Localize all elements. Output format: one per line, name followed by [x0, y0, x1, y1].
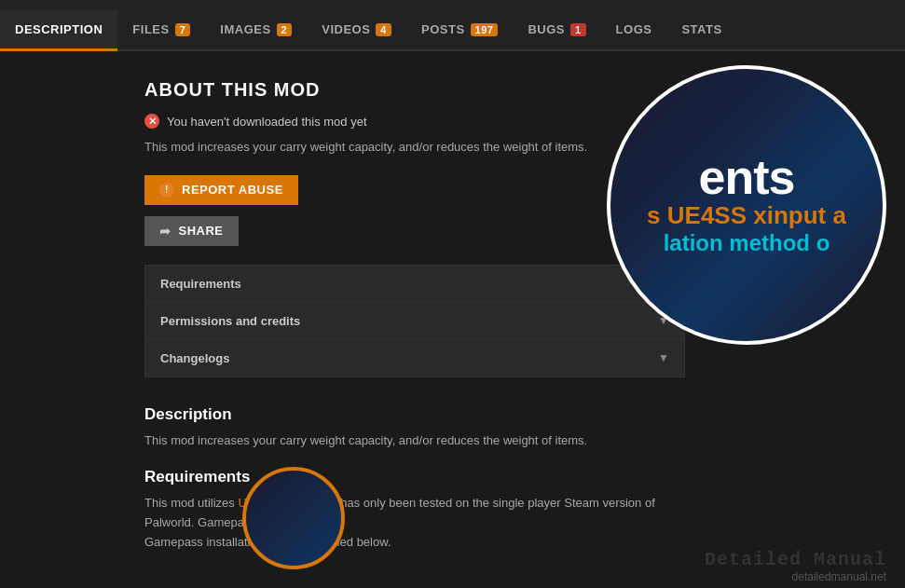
- description-section-text: This mod increases your carry weight cap…: [144, 431, 685, 450]
- requirements-text-before: This mod utilizes: [144, 496, 238, 510]
- tab-stats[interactable]: STATS: [666, 10, 736, 51]
- warning-icon: !: [159, 183, 174, 198]
- share-label: SHARE: [179, 224, 224, 238]
- tab-stats-label: STATS: [681, 22, 721, 36]
- circle-text-cyan: lation method o: [647, 230, 846, 257]
- tab-videos[interactable]: VIDEOS 4: [307, 10, 406, 51]
- accordion-changelogs-header[interactable]: Changelogs ▼: [145, 340, 684, 376]
- tab-videos-badge: 4: [376, 23, 391, 36]
- tab-files-badge: 7: [175, 23, 191, 36]
- accordion: Requirements ▼ Permissions and credits ▼…: [144, 265, 685, 377]
- tab-files-label: FILES: [132, 22, 169, 36]
- accordion-permissions-label: Permissions and credits: [160, 314, 300, 328]
- accordion-permissions-header[interactable]: Permissions and credits ▼: [145, 303, 684, 339]
- tab-images-badge: 2: [277, 23, 293, 36]
- tab-videos-label: VIDEOS: [322, 22, 370, 36]
- report-abuse-button[interactable]: ! REPORT ABUSE: [144, 175, 298, 205]
- watermark: Detailed Manual detailedmanual.net: [705, 549, 886, 583]
- tab-images-label: IMAGES: [220, 22, 270, 36]
- tab-posts[interactable]: POSTS 197: [406, 10, 513, 51]
- watermark-name: Detailed Manual: [705, 549, 886, 570]
- accordion-requirements-label: Requirements: [160, 277, 241, 291]
- mod-description: This mod increases your carry weight cap…: [144, 138, 685, 157]
- requirements-section-text: This mod utilizes UE4SS xinput and has o…: [144, 494, 685, 552]
- requirements-section-title: Requirements: [144, 468, 685, 486]
- accordion-changelogs-label: Changelogs: [160, 351, 229, 365]
- circle-text-large: ents: [647, 153, 846, 201]
- not-downloaded-text: You haven't downloaded this mod yet: [167, 115, 367, 129]
- tab-logs[interactable]: LOGS: [601, 10, 667, 51]
- watermark-url: detailedmanual.net: [705, 570, 886, 583]
- tab-bugs-label: BUGS: [528, 22, 565, 36]
- small-circle-image: [242, 467, 345, 569]
- chevron-down-icon-3: ▼: [658, 351, 669, 364]
- circle-text-orange: s UE4SS xinput a: [647, 201, 846, 230]
- tab-description[interactable]: DESCRIPTION: [0, 10, 117, 51]
- accordion-permissions: Permissions and credits ▼: [145, 303, 684, 340]
- tab-bar: DESCRIPTION FILES 7 IMAGES 2 VIDEOS 4 PO…: [0, 0, 905, 51]
- about-title: ABOUT THIS MOD: [144, 79, 685, 101]
- accordion-changelogs: Changelogs ▼: [145, 340, 684, 376]
- tab-posts-badge: 197: [471, 23, 499, 36]
- error-icon: ✕: [144, 114, 159, 129]
- tab-posts-label: POSTS: [421, 22, 465, 36]
- tab-logs-label: LOGS: [616, 22, 652, 36]
- description-section-title: Description: [144, 405, 685, 424]
- tab-files[interactable]: FILES 7: [117, 10, 205, 51]
- tab-description-label: DESCRIPTION: [15, 22, 103, 36]
- share-button[interactable]: ➦ SHARE: [144, 216, 239, 246]
- tab-bugs[interactable]: BUGS 1: [513, 10, 600, 51]
- circle-image-container: ents s UE4SS xinput a lation method o: [607, 65, 886, 345]
- accordion-requirements: Requirements ▼: [145, 266, 684, 303]
- circle-text-overlay: ents s UE4SS xinput a lation method o: [628, 134, 865, 276]
- tab-bugs-badge: 1: [570, 23, 586, 36]
- tab-images[interactable]: IMAGES 2: [205, 10, 307, 51]
- not-downloaded-notice: ✕ You haven't downloaded this mod yet: [144, 114, 685, 129]
- accordion-requirements-header[interactable]: Requirements ▼: [145, 266, 684, 302]
- share-icon: ➦: [159, 224, 171, 239]
- left-panel: ABOUT THIS MOD ✕ You haven't downloaded …: [144, 79, 685, 552]
- description-section: Description This mod increases your carr…: [144, 405, 685, 553]
- circle-image: ents s UE4SS xinput a lation method o: [607, 65, 886, 345]
- report-abuse-label: REPORT ABUSE: [182, 183, 283, 197]
